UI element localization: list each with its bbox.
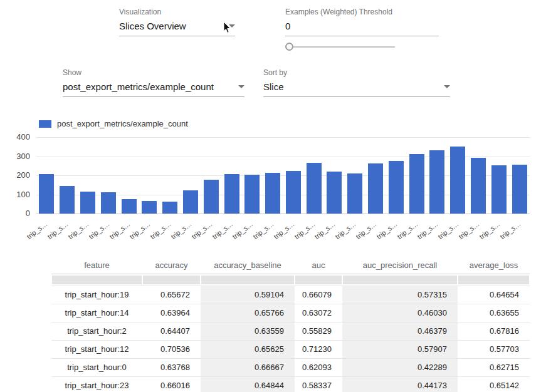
- table-row[interactable]: trip_start_hour:00.637680.666670.620930.…: [51, 358, 530, 376]
- feature-cell: trip_start_hour:2: [51, 322, 142, 340]
- chevron-down-icon[interactable]: [238, 85, 244, 88]
- visualization-value: Slices Overview: [119, 21, 186, 31]
- bar[interactable]: [122, 199, 137, 214]
- bar[interactable]: [265, 173, 280, 214]
- filter-box: [201, 276, 294, 284]
- bar[interactable]: [389, 161, 404, 214]
- show-label: Show: [63, 68, 244, 77]
- chart-legend: post_export_metrics/example_count: [39, 119, 188, 128]
- metric-cell: 0.55829: [295, 322, 342, 340]
- filter-cell[interactable]: [201, 274, 295, 286]
- bar[interactable]: [286, 171, 301, 214]
- metric-cell: 0.63655: [458, 304, 530, 322]
- bar[interactable]: [450, 147, 465, 214]
- gridline: [36, 214, 530, 214]
- metric-cell: 0.71230: [295, 340, 342, 358]
- metric-cell: 0.64654: [458, 286, 530, 304]
- metric-cell: 0.63768: [142, 358, 201, 376]
- threshold-label: Examples (Weighted) Threshold: [285, 8, 439, 16]
- threshold-input[interactable]: [285, 21, 439, 31]
- mouse-cursor-icon: [223, 21, 232, 34]
- sort-select[interactable]: Slice: [263, 81, 450, 97]
- metric-cell: 0.65142: [458, 376, 530, 392]
- column-header[interactable]: auc: [295, 257, 342, 274]
- bar[interactable]: [347, 173, 362, 214]
- table-row[interactable]: trip_start_hour:20.644070.635590.558290.…: [51, 322, 530, 340]
- metric-cell: 0.46379: [342, 322, 458, 340]
- filter-cell[interactable]: [342, 274, 458, 286]
- threshold-control[interactable]: Examples (Weighted) Threshold: [285, 8, 439, 36]
- table-row[interactable]: trip_start_hour:230.660160.648440.583370…: [51, 376, 530, 392]
- gridline: [36, 137, 530, 138]
- metric-cell: 0.59104: [201, 286, 295, 304]
- bar[interactable]: [368, 163, 383, 214]
- table-filter-row: [51, 274, 530, 286]
- bar-plot: [36, 137, 530, 214]
- metric-cell: 0.65672: [142, 286, 201, 304]
- filter-cell[interactable]: [295, 274, 342, 286]
- metric-cell: 0.70536: [142, 340, 201, 358]
- threshold-slider[interactable]: [285, 43, 395, 51]
- chevron-down-icon[interactable]: [444, 85, 450, 88]
- bar[interactable]: [204, 180, 219, 214]
- metric-cell: 0.62715: [458, 358, 530, 376]
- sort-value: Slice: [263, 81, 284, 92]
- column-header[interactable]: feature: [51, 257, 142, 274]
- bar[interactable]: [512, 165, 527, 214]
- y-tick-label: 400: [0, 132, 30, 142]
- metric-cell: 0.63072: [295, 304, 342, 322]
- filter-box: [343, 276, 457, 284]
- metric-cell: 0.44173: [342, 376, 458, 392]
- y-tick-label: 0: [0, 209, 30, 218]
- bar[interactable]: [471, 158, 486, 214]
- metric-cell: 0.57315: [342, 286, 458, 304]
- slider-track[interactable]: [285, 46, 395, 48]
- metric-cell: 0.64407: [142, 322, 201, 340]
- bar[interactable]: [162, 202, 177, 214]
- metric-cell: 0.57907: [342, 340, 458, 358]
- bar[interactable]: [39, 174, 54, 214]
- metric-cell: 0.66016: [142, 376, 201, 392]
- column-header[interactable]: accuracy: [142, 257, 201, 274]
- table-row[interactable]: trip_start_hour:190.656720.591040.660790…: [51, 286, 530, 304]
- bar[interactable]: [307, 163, 322, 214]
- slider-thumb[interactable]: [285, 43, 293, 51]
- bar[interactable]: [101, 192, 116, 214]
- y-axis: 0100200300400: [0, 137, 30, 214]
- bar[interactable]: [60, 186, 75, 214]
- y-tick-label: 300: [0, 152, 30, 161]
- filter-cell[interactable]: [51, 274, 142, 286]
- show-metric-dropdown[interactable]: Show post_export_metrics/example_count: [63, 68, 244, 97]
- bar[interactable]: [327, 172, 342, 214]
- visualization-dropdown[interactable]: Visualization Slices Overview: [119, 8, 235, 36]
- metric-cell: 0.65625: [201, 340, 295, 358]
- column-header[interactable]: average_loss: [458, 257, 530, 274]
- bar[interactable]: [142, 201, 157, 214]
- bar[interactable]: [429, 150, 444, 214]
- visualization-label: Visualization: [119, 8, 235, 16]
- table-row[interactable]: trip_start_hour:120.705360.656250.712300…: [51, 340, 530, 358]
- threshold-input-row[interactable]: [285, 21, 439, 36]
- metric-cell: 0.57703: [458, 340, 530, 358]
- metric-cell: 0.66079: [295, 286, 342, 304]
- sort-label: Sort by: [263, 68, 450, 77]
- bar[interactable]: [244, 175, 260, 214]
- feature-cell: trip_start_hour:12: [51, 340, 142, 358]
- y-tick-label: 100: [0, 190, 30, 199]
- bar[interactable]: [491, 165, 507, 214]
- metric-cell: 0.58337: [295, 376, 342, 392]
- sort-by-dropdown[interactable]: Sort by Slice: [263, 68, 450, 97]
- bar[interactable]: [409, 154, 424, 214]
- visualization-select[interactable]: Slices Overview: [119, 21, 235, 36]
- filter-cell[interactable]: [458, 274, 530, 286]
- metric-cell: 0.64844: [201, 376, 295, 392]
- bar[interactable]: [224, 174, 239, 214]
- show-select[interactable]: post_export_metrics/example_count: [63, 81, 244, 97]
- metrics-table: featureaccuracyaccuracy_baselineaucauc_p…: [51, 257, 530, 392]
- column-header[interactable]: auc_precision_recall: [342, 257, 458, 274]
- column-header[interactable]: accuracy_baseline: [201, 257, 295, 274]
- bar[interactable]: [183, 190, 198, 214]
- filter-cell[interactable]: [142, 274, 201, 286]
- table-row[interactable]: trip_start_hour:140.639640.657660.630720…: [51, 304, 530, 322]
- bar[interactable]: [80, 192, 95, 214]
